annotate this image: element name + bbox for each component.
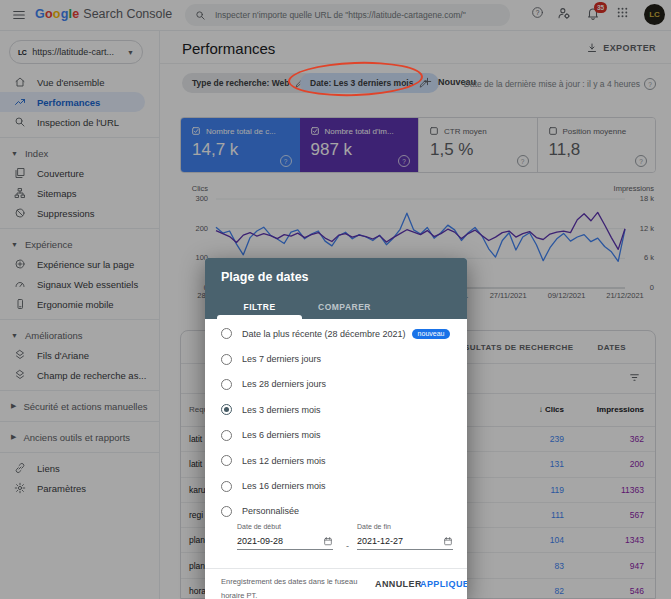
date-option-2[interactable]: Les 28 derniers jours: [205, 372, 467, 397]
date-option-label: Les 3 derniers mois: [242, 405, 321, 415]
calendar-icon[interactable]: [443, 536, 453, 546]
date-option-5[interactable]: Les 12 derniers mois: [205, 448, 467, 473]
date-option-6[interactable]: Les 16 derniers mois: [205, 473, 467, 498]
date-option-label: Les 7 derniers jours: [242, 354, 321, 364]
date-option-label: Les 28 derniers jours: [242, 379, 326, 389]
active-tab-indicator: [217, 315, 302, 319]
calendar-icon[interactable]: [323, 536, 333, 546]
apply-button[interactable]: APPLIQUER: [420, 579, 467, 589]
end-date-label: Date de fin: [357, 523, 453, 530]
date-option-0[interactable]: Date la plus récente (28 décembre 2021)n…: [205, 321, 467, 346]
dialog-title: Plage de dates: [221, 270, 309, 284]
end-date-value[interactable]: 2021-12-27: [357, 536, 403, 546]
date-option-label: Date la plus récente (28 décembre 2021): [242, 329, 406, 339]
radio-icon[interactable]: [221, 354, 232, 365]
start-date-label: Date de début: [237, 523, 333, 530]
date-option-3[interactable]: Les 3 derniers mois: [205, 397, 467, 422]
radio-selected-icon[interactable]: [221, 404, 232, 415]
timezone-note: Enregistrement des dates dans le fuseau …: [221, 575, 366, 599]
start-date-value[interactable]: 2021-09-28: [237, 536, 283, 546]
date-separator: -: [346, 541, 349, 551]
date-option-4[interactable]: Les 6 derniers mois: [205, 423, 467, 448]
dialog-footer: Enregistrement des dates dans le fuseau …: [205, 568, 467, 599]
date-option-label: Les 12 derniers mois: [242, 456, 326, 466]
radio-icon[interactable]: [221, 430, 232, 441]
date-option-1[interactable]: Les 7 derniers jours: [205, 346, 467, 371]
radio-icon[interactable]: [221, 328, 232, 339]
start-date-field[interactable]: Date de début 2021-09-28: [237, 523, 333, 550]
date-option-7[interactable]: Personnalisée: [205, 499, 467, 524]
radio-icon[interactable]: [221, 481, 232, 492]
end-date-field[interactable]: Date de fin 2021-12-27: [357, 523, 453, 550]
cancel-button[interactable]: ANNULER: [375, 579, 422, 589]
date-option-label: Les 6 derniers mois: [242, 430, 321, 440]
tab-comparer[interactable]: COMPARER: [302, 294, 387, 319]
date-range-options: Date la plus récente (28 décembre 2021)n…: [205, 321, 467, 524]
dialog-header: Plage de dates FILTRE COMPARER: [205, 258, 467, 319]
date-range-dialog: Plage de dates FILTRE COMPARER Date la p…: [205, 258, 467, 599]
radio-icon[interactable]: [221, 506, 232, 517]
radio-icon[interactable]: [221, 379, 232, 390]
new-badge: nouveau: [412, 329, 451, 339]
radio-icon[interactable]: [221, 455, 232, 466]
date-option-label: Personnalisée: [242, 506, 299, 516]
date-option-label: Les 16 derniers mois: [242, 481, 326, 491]
